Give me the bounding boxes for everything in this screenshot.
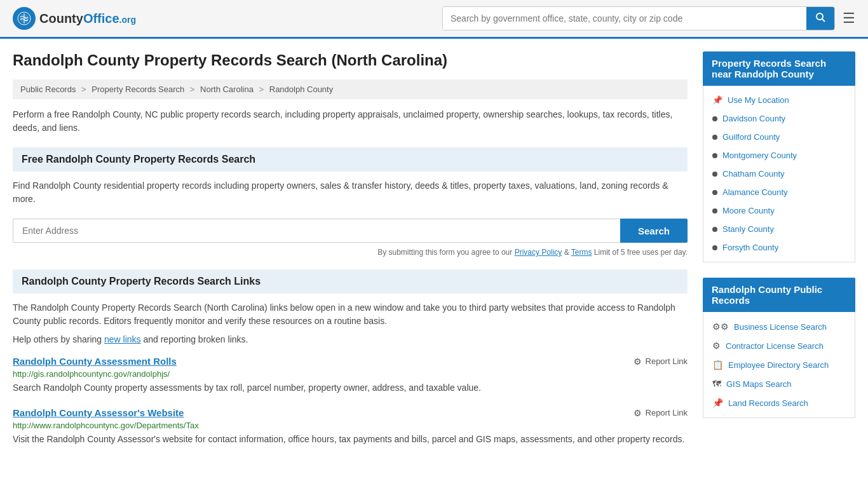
links-section-header: Randolph County Property Records Search … (13, 269, 688, 294)
gear-double-icon: ⚙⚙ (712, 322, 729, 332)
dot-icon-2 (712, 153, 717, 158)
record-title-1[interactable]: Randolph County Assessor's Website (13, 407, 184, 418)
new-links-link[interactable]: new links (104, 334, 141, 344)
address-input[interactable] (13, 219, 620, 243)
record-item-header-1: Randolph County Assessor's Website ⚙ Rep… (13, 407, 688, 418)
main-container: Randolph County Property Records Search … (0, 39, 868, 471)
dot-icon-0 (712, 116, 717, 121)
dot-icon-3 (712, 172, 717, 177)
sidebar-nearby-title: Property Records Search near Randolph Co… (703, 51, 855, 86)
breadcrumb-public-records[interactable]: Public Records (20, 85, 76, 94)
sidebar-nearby-section: Property Records Search near Randolph Co… (703, 51, 855, 262)
sidebar-county-0[interactable]: Davidson County (703, 109, 855, 128)
report-link-icon-0: ⚙ (634, 356, 642, 367)
sidebar-county-3[interactable]: Chatham County (703, 165, 855, 183)
svg-line-3 (822, 19, 825, 22)
breadcrumb-property-records-search[interactable]: Property Records Search (92, 85, 184, 94)
sidebar-county-6[interactable]: Stanly County (703, 220, 855, 238)
search-bar-wrapper (442, 6, 835, 30)
clipboard-icon: 📋 (712, 360, 723, 370)
report-link-0[interactable]: ⚙ Report Link (634, 356, 688, 367)
dot-icon-7 (712, 245, 717, 250)
sidebar-county-5[interactable]: Moore County (703, 201, 855, 220)
sidebar-public-records-body: ⚙⚙ Business License Search ⚙ Contractor … (703, 312, 855, 418)
svg-point-2 (817, 13, 823, 20)
sidebar-business-license-search[interactable]: ⚙⚙ Business License Search (703, 317, 855, 336)
sidebar: Property Records Search near Randolph Co… (703, 51, 855, 459)
property-search-form: Search (13, 219, 688, 243)
dot-icon-4 (712, 190, 717, 195)
menu-icon[interactable]: ☰ (843, 10, 855, 27)
record-url-0[interactable]: http://gis.randolphcountync.gov/randolph… (13, 369, 688, 379)
record-item-1: Randolph County Assessor's Website ⚙ Rep… (13, 407, 688, 446)
free-search-header: Free Randolph County Property Records Se… (13, 147, 688, 172)
sidebar-county-2[interactable]: Montgomery County (703, 146, 855, 165)
record-url-1[interactable]: http://www.randolphcountync.gov/Departme… (13, 421, 688, 430)
sidebar-county-7[interactable]: Forsyth County (703, 238, 855, 257)
record-desc-1: Visit the Randolph County Assessor's web… (13, 433, 688, 446)
dot-icon-5 (712, 208, 717, 214)
content-area: Randolph County Property Records Search … (13, 51, 688, 459)
map-icon: 🗺 (712, 379, 721, 389)
location-pin-icon: 📌 (712, 95, 722, 105)
breadcrumb: Public Records > Property Records Search… (13, 79, 688, 99)
logo-text: CountyOffice.org (39, 11, 136, 26)
site-header: CountyOffice.org ☰ (0, 0, 868, 39)
pin-icon: 📌 (712, 398, 723, 408)
sidebar-land-records-search[interactable]: 📌 Land Records Search (703, 393, 855, 412)
privacy-policy-link[interactable]: Privacy Policy (515, 248, 562, 257)
dot-icon-1 (712, 135, 717, 140)
terms-link[interactable]: Terms (571, 248, 592, 257)
sidebar-public-records-title: Randolph County Public Records (703, 278, 855, 312)
search-button[interactable]: Search (620, 219, 688, 243)
sidebar-public-records-section: Randolph County Public Records ⚙⚙ Busine… (703, 278, 855, 418)
links-section-description: The Randolph County Property Records Sea… (13, 301, 688, 328)
record-desc-0: Search Randolph County property assessme… (13, 381, 688, 395)
sidebar-county-1[interactable]: Guilford County (703, 128, 855, 146)
sidebar-contractor-license-search[interactable]: ⚙ Contractor License Search (703, 336, 855, 355)
links-help-text: Help others by sharing new links and rep… (13, 334, 688, 344)
logo-icon (13, 7, 36, 30)
header-search-button[interactable] (806, 7, 834, 30)
form-notice: By submitting this form you agree to our… (13, 248, 688, 257)
page-title: Randolph County Property Records Search … (13, 51, 688, 69)
breadcrumb-randolph-county[interactable]: Randolph County (269, 85, 333, 94)
record-title-0[interactable]: Randolph County Assessment Rolls (13, 356, 177, 367)
breadcrumb-north-carolina[interactable]: North Carolina (200, 85, 254, 94)
record-item-0: Randolph County Assessment Rolls ⚙ Repor… (13, 356, 688, 395)
header-search-input[interactable] (443, 7, 806, 30)
sidebar-gis-maps-search[interactable]: 🗺 GIS Maps Search (703, 374, 855, 393)
header-search-container: ☰ (442, 6, 855, 30)
record-item-header-0: Randolph County Assessment Rolls ⚙ Repor… (13, 356, 688, 367)
report-link-1[interactable]: ⚙ Report Link (634, 408, 688, 418)
sidebar-county-4[interactable]: Alamance County (703, 183, 855, 201)
free-search-description: Find Randolph County residential propert… (13, 179, 688, 206)
report-link-icon-1: ⚙ (634, 408, 642, 418)
use-location-link[interactable]: 📌 Use My Location (703, 91, 855, 109)
dot-icon-6 (712, 227, 717, 232)
sidebar-nearby-body: 📌 Use My Location Davidson County Guilfo… (703, 86, 855, 262)
gear-icon: ⚙ (712, 341, 721, 351)
logo-link[interactable]: CountyOffice.org (13, 7, 136, 30)
sidebar-employee-directory-search[interactable]: 📋 Employee Directory Search (703, 355, 855, 374)
intro-text: Perform a free Randolph County, NC publi… (13, 108, 688, 135)
